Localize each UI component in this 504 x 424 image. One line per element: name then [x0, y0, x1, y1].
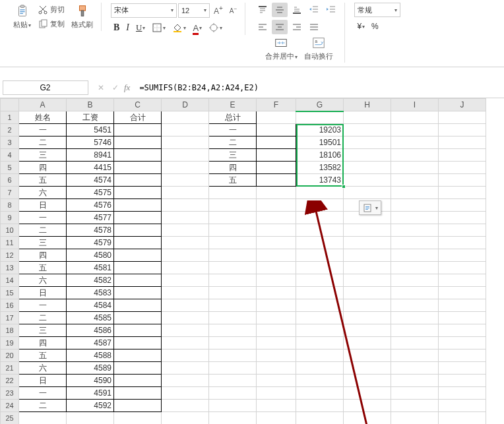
cell[interactable] — [162, 274, 209, 287]
cell[interactable]: 四 — [209, 162, 257, 174]
cell[interactable] — [114, 362, 162, 375]
row-header[interactable]: 8 — [1, 199, 19, 212]
effects-button[interactable]: ▾ — [206, 20, 225, 35]
cell[interactable] — [114, 124, 162, 136]
cell[interactable] — [257, 124, 296, 136]
cell[interactable] — [257, 312, 296, 324]
decrease-indent-button[interactable] — [306, 3, 322, 17]
cell[interactable]: 一 — [209, 124, 257, 136]
cell[interactable] — [257, 387, 296, 400]
cell[interactable] — [114, 237, 162, 249]
row-header[interactable]: 10 — [1, 224, 19, 237]
cell[interactable]: 4577 — [67, 212, 114, 224]
cell[interactable] — [162, 199, 209, 212]
cell[interactable] — [257, 274, 296, 287]
cell[interactable] — [344, 287, 391, 299]
column-header-H[interactable]: H — [344, 99, 391, 111]
cell[interactable] — [162, 162, 209, 174]
cell[interactable] — [257, 249, 296, 262]
cell[interactable] — [344, 136, 391, 149]
cell[interactable] — [257, 287, 296, 299]
cell[interactable] — [257, 174, 296, 187]
cell[interactable] — [439, 136, 486, 149]
format-painter-button[interactable]: 格式刷 — [69, 3, 96, 31]
justify-button[interactable] — [306, 20, 322, 34]
column-header-E[interactable]: E — [209, 99, 257, 111]
cell[interactable] — [439, 274, 486, 287]
cell[interactable] — [439, 149, 486, 162]
cell[interactable] — [162, 312, 209, 324]
cell[interactable] — [391, 212, 439, 224]
cell[interactable] — [257, 412, 296, 425]
cell[interactable] — [114, 212, 162, 224]
cell[interactable] — [391, 199, 439, 212]
cell[interactable] — [296, 274, 344, 287]
align-center-button[interactable] — [272, 20, 288, 34]
cell[interactable] — [391, 174, 439, 187]
cell[interactable] — [209, 274, 257, 287]
cut-button[interactable]: 剪切 — [35, 3, 67, 16]
cell[interactable] — [114, 249, 162, 262]
cell[interactable] — [209, 187, 257, 199]
cell[interactable] — [296, 349, 344, 362]
cell[interactable] — [257, 162, 296, 174]
cancel-formula-button[interactable]: ✕ — [95, 81, 107, 94]
cell[interactable]: 4591 — [67, 387, 114, 400]
cell[interactable]: 一 — [19, 124, 67, 136]
spreadsheet-grid[interactable]: ABCDEFGHIJ 1姓名工资合计总计2一5451一192033二5746二1… — [0, 98, 504, 424]
cell[interactable]: 日 — [19, 287, 67, 299]
cell[interactable] — [296, 412, 344, 425]
cell[interactable] — [209, 324, 257, 337]
cell[interactable]: 三 — [209, 149, 257, 162]
cell[interactable]: 4583 — [67, 287, 114, 299]
copy-button[interactable]: 复制 — [35, 18, 67, 31]
cell[interactable] — [391, 299, 439, 312]
cell[interactable]: 8941 — [67, 149, 114, 162]
cell[interactable] — [209, 199, 257, 212]
row-header[interactable]: 2 — [1, 124, 19, 136]
cell[interactable] — [162, 287, 209, 299]
row-header[interactable]: 6 — [1, 174, 19, 187]
cell[interactable] — [391, 312, 439, 324]
cell[interactable] — [162, 387, 209, 400]
cell[interactable] — [257, 324, 296, 337]
cell[interactable] — [391, 349, 439, 362]
cell[interactable] — [439, 199, 486, 212]
cell[interactable] — [209, 299, 257, 312]
cell[interactable]: 4580 — [67, 249, 114, 262]
cell[interactable] — [114, 324, 162, 337]
cell[interactable]: 一 — [19, 387, 67, 400]
cell[interactable] — [391, 375, 439, 387]
cell[interactable] — [296, 387, 344, 400]
cell[interactable] — [439, 349, 486, 362]
row-header[interactable]: 25 — [1, 412, 19, 425]
cell[interactable]: 5451 — [67, 124, 114, 136]
cell[interactable] — [114, 187, 162, 199]
fill-handle[interactable] — [342, 185, 346, 189]
cell[interactable] — [439, 387, 486, 400]
number-format-combo[interactable]: 常规▾ — [354, 3, 400, 17]
cell[interactable] — [391, 124, 439, 136]
cell[interactable] — [257, 349, 296, 362]
cell[interactable] — [391, 362, 439, 375]
cell[interactable]: 工资 — [67, 111, 114, 124]
cell[interactable] — [209, 412, 257, 425]
cell[interactable] — [257, 199, 296, 212]
cell[interactable] — [162, 124, 209, 136]
font-name-combo[interactable]: 宋体▾ — [111, 3, 177, 18]
cell[interactable] — [391, 412, 439, 425]
row-header[interactable]: 1 — [1, 111, 19, 124]
align-bottom-button[interactable] — [289, 3, 305, 17]
cell[interactable]: 4592 — [67, 400, 114, 412]
cell[interactable] — [391, 149, 439, 162]
cell[interactable]: 六 — [19, 274, 67, 287]
cell[interactable] — [209, 400, 257, 412]
cell[interactable] — [439, 362, 486, 375]
cell[interactable] — [296, 400, 344, 412]
cell[interactable] — [344, 362, 391, 375]
percent-button[interactable]: % — [369, 20, 381, 33]
cell[interactable] — [296, 224, 344, 237]
row-header[interactable]: 21 — [1, 362, 19, 375]
cell[interactable]: 姓名 — [19, 111, 67, 124]
cell[interactable] — [391, 337, 439, 349]
